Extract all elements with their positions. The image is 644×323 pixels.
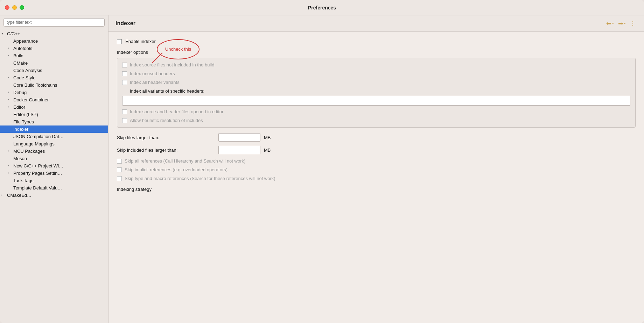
maximize-button[interactable] [20, 5, 24, 10]
sidebar-item-label: Debug [13, 90, 27, 95]
sidebar-item-appearance[interactable]: Appearance [0, 37, 108, 45]
sidebar-item-new-cpp[interactable]: › New C/C++ Project Wi… [0, 162, 108, 170]
sidebar-item-label: Code Analysis [13, 68, 42, 73]
back-icon: ⬅ [606, 20, 611, 27]
variants-input[interactable] [122, 96, 630, 106]
panel-header: Indexer ⬅ ▾ ➡ ▾ ⋮ [108, 15, 644, 32]
sidebar-item-cpp[interactable]: ▾ C/C++ [0, 30, 108, 37]
index-opened-label: Index source and header files opened in … [130, 109, 223, 114]
sidebar-item-label: Meson [13, 156, 27, 161]
skip-included-label: Skip included files larger than: [117, 148, 215, 153]
main-panel: Indexer ⬅ ▾ ➡ ▾ ⋮ [108, 15, 644, 323]
forward-caret-icon: ▾ [624, 22, 626, 25]
chevron-right-icon: › [8, 164, 13, 168]
sidebar-item-label: JSON Compilation Dat… [13, 134, 64, 139]
search-input[interactable] [4, 18, 105, 27]
sidebar-item-meson[interactable]: Meson [0, 155, 108, 162]
sidebar-item-editor-lsp[interactable]: Editor (LSP) [0, 111, 108, 118]
chevron-right-icon: › [1, 193, 6, 198]
option-row-index-opened: Index source and header files opened in … [122, 109, 630, 114]
sidebar-item-cmakeed[interactable]: › CMakeEd… [0, 192, 108, 199]
sidebar-item-label: CMakeEd… [7, 193, 31, 198]
skip-type-macro-label: Skip type and macro references (Search f… [125, 176, 275, 181]
sidebar-item-label: CMake [13, 60, 28, 66]
sidebar-item-mcu[interactable]: › MCU Packages [0, 148, 108, 155]
minimize-button[interactable] [12, 5, 17, 10]
chevron-right-icon: › [8, 98, 13, 102]
enable-indexer-checkbox[interactable] [117, 39, 122, 44]
skip-included-unit: MB [264, 148, 271, 153]
sidebar-item-task-tags[interactable]: Task Tags [0, 177, 108, 184]
sidebar-item-build[interactable]: › Build [0, 52, 108, 59]
sidebar-item-editor[interactable]: › Editor [0, 103, 108, 111]
close-button[interactable] [5, 5, 9, 10]
variants-row: Index all variants of specific headers: [122, 88, 630, 106]
sidebar-item-label: Autotools [13, 46, 32, 51]
skip-files-row: Skip files larger than: MB [117, 133, 636, 142]
sidebar-item-label: Language Mappings [13, 141, 55, 146]
sidebar-item-code-style[interactable]: › Code Style [0, 74, 108, 81]
option-row-skip-all-refs: Skip all references (Call Hierarchy and … [117, 158, 636, 164]
enable-indexer-section: Enable indexer Uncheck this [117, 39, 636, 44]
window-title: Preferences [308, 5, 336, 10]
sidebar-item-label: Editor (LSP) [13, 112, 38, 117]
index-unused-checkbox[interactable] [122, 71, 127, 76]
option-row-allow-heuristic: Allow heuristic resolution of includes [122, 118, 630, 123]
sidebar-item-label: C/C++ [7, 31, 20, 36]
allow-heuristic-label: Allow heuristic resolution of includes [130, 118, 203, 123]
sidebar-item-indexer[interactable]: Indexer [0, 125, 108, 133]
sidebar-item-property-pages[interactable]: › Property Pages Settin… [0, 170, 108, 177]
skip-files-unit: MB [264, 135, 271, 140]
skip-included-input[interactable] [218, 146, 260, 154]
sidebar-item-json[interactable]: JSON Compilation Dat… [0, 133, 108, 140]
sidebar-item-docker[interactable]: › Docker Container [0, 96, 108, 103]
sidebar-item-file-types[interactable]: File Types [0, 118, 108, 125]
traffic-lights [5, 5, 24, 10]
sidebar-item-debug[interactable]: › Debug [0, 89, 108, 96]
sidebar-item-template-default[interactable]: Template Default Valu… [0, 184, 108, 192]
enable-indexer-row: Enable indexer [117, 39, 636, 44]
chevron-right-icon: › [8, 171, 13, 176]
chevron-right-icon: › [8, 46, 13, 51]
index-all-variants-checkbox[interactable] [122, 80, 127, 85]
sidebar-item-label: Build [13, 53, 23, 58]
sidebar-item-label: File Types [13, 119, 34, 124]
sidebar-item-label: Code Style [13, 75, 36, 80]
index-unused-label: Index unused headers [130, 71, 175, 76]
option-row-index-unused: Index unused headers [122, 71, 630, 76]
sidebar-item-core-build[interactable]: Core Build Toolchains [0, 81, 108, 89]
skip-implicit-checkbox[interactable] [117, 167, 122, 172]
sidebar-item-code-analysis[interactable]: Code Analysis [0, 67, 108, 74]
sidebar-tree: ▾ C/C++ Appearance › Autotools › Build [0, 29, 108, 323]
back-button[interactable]: ⬅ ▾ [605, 19, 615, 28]
sidebar-item-label: Editor [13, 105, 25, 110]
preferences-window: Preferences ▾ C/C++ Appearance › Autotoo… [0, 0, 644, 323]
content-area: ▾ C/C++ Appearance › Autotools › Build [0, 15, 644, 323]
chevron-right-icon: › [8, 90, 13, 95]
option-row-skip-type-macro: Skip type and macro references (Search f… [117, 176, 636, 181]
variants-label: Index all variants of specific headers: [122, 88, 630, 94]
header-icons: ⬅ ▾ ➡ ▾ ⋮ [605, 19, 637, 28]
chevron-down-icon: ▾ [1, 31, 6, 36]
allow-heuristic-checkbox[interactable] [122, 118, 127, 123]
index-source-label: Index source files not included in the b… [130, 62, 214, 67]
forward-button[interactable]: ➡ ▾ [617, 19, 627, 28]
sidebar-item-language-mappings[interactable]: Language Mappings [0, 140, 108, 148]
forward-icon: ➡ [618, 20, 623, 27]
sidebar-item-label: Appearance [13, 38, 38, 44]
skip-files-input[interactable] [218, 133, 260, 142]
skip-implicit-label: Skip implicit references (e.g. overloade… [125, 167, 227, 172]
chevron-right-icon: › [8, 149, 13, 154]
skip-type-macro-checkbox[interactable] [117, 176, 122, 181]
sidebar-item-label: New C/C++ Project Wi… [13, 163, 63, 168]
sidebar-item-cmake[interactable]: CMake [0, 59, 108, 67]
index-opened-checkbox[interactable] [122, 109, 127, 114]
titlebar: Preferences [0, 0, 644, 15]
index-source-checkbox[interactable] [122, 63, 127, 67]
more-options-button[interactable]: ⋮ [629, 20, 637, 28]
sidebar-item-label: Template Default Valu… [13, 185, 62, 191]
skip-all-refs-checkbox[interactable] [117, 159, 122, 164]
chevron-right-icon: › [8, 105, 13, 110]
sidebar-item-autotools[interactable]: › Autotools [0, 45, 108, 52]
skip-files-label: Skip files larger than: [117, 135, 215, 140]
